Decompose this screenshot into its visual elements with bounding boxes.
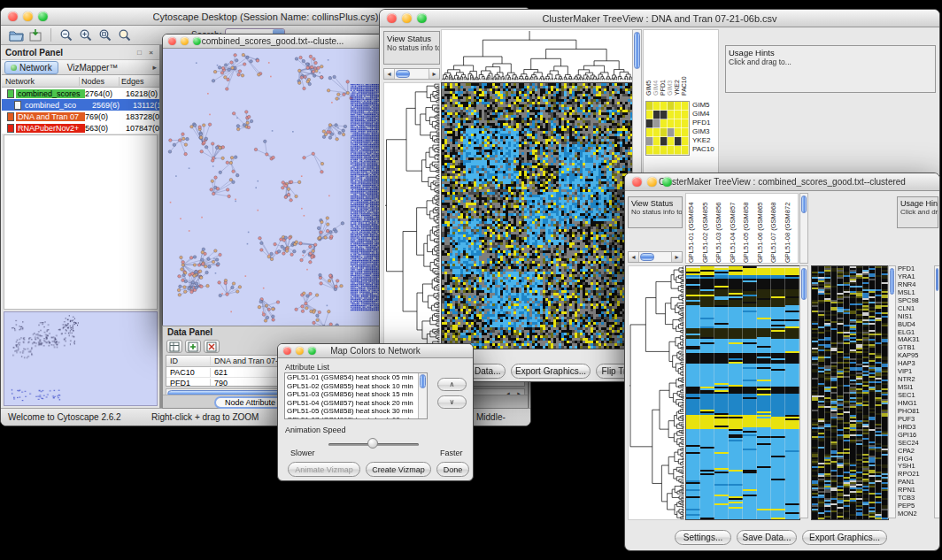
network-view-canvas[interactable] <box>163 49 382 329</box>
maximize-window-icon[interactable] <box>662 177 672 187</box>
move-up-button[interactable]: ∧ <box>437 378 467 391</box>
scrollbar-thumb[interactable] <box>634 32 640 69</box>
minimize-window-icon[interactable] <box>402 13 412 23</box>
row-dendrogram[interactable] <box>383 82 442 349</box>
scrollbar-thumb[interactable] <box>396 70 410 78</box>
import-icon <box>28 28 42 42</box>
save-data-button[interactable]: Save Data... <box>737 530 797 545</box>
gene-label: PHO81 <box>898 408 933 416</box>
import-network-button[interactable] <box>26 27 45 43</box>
scrollbar-thumb[interactable] <box>801 196 807 213</box>
close-window-icon[interactable] <box>283 347 291 355</box>
tree-nav-scrollbar[interactable]: ◂ ▸ <box>383 68 440 80</box>
submatrix-row-label: GIM4 <box>692 110 714 119</box>
scroll-left-arrow-icon[interactable]: ◂ <box>629 252 639 262</box>
tab-network[interactable]: Network <box>4 61 58 74</box>
heatmap-scrollbar[interactable] <box>799 265 808 518</box>
scrollbar-thumb[interactable] <box>936 268 938 291</box>
scroll-left-arrow-icon[interactable]: ◂ <box>384 69 395 79</box>
zoom-selected-button[interactable] <box>115 27 135 43</box>
attribute-list-item[interactable]: GPL51-05 (GSM858) heat shock 30 min <box>285 407 418 416</box>
network-list-empty-area <box>4 134 158 310</box>
minimize-window-icon[interactable] <box>296 347 304 355</box>
tab-overflow-arrow-icon[interactable]: ▸ <box>152 63 157 72</box>
gene-list-scrollbar[interactable] <box>934 265 940 518</box>
maximize-window-icon[interactable] <box>193 37 201 45</box>
delete-attribute-button[interactable] <box>204 340 220 353</box>
create-vizmap-button[interactable]: Create Vizmap <box>366 462 431 477</box>
network-name-cell: DNA and Tran 07 <box>16 112 85 121</box>
treeview2-titlebar[interactable]: ClusterMaker TreeView : combined_scores_… <box>625 173 939 191</box>
minimize-window-icon[interactable] <box>181 37 189 45</box>
attribute-list-item[interactable]: GPL51-02 (GSM855) heat shock 10 min <box>285 382 418 391</box>
listbox-scrollbar[interactable] <box>418 373 427 418</box>
close-window-icon[interactable] <box>632 177 642 187</box>
scrollbar-thumb[interactable] <box>890 268 894 295</box>
animate-vizmap-button[interactable]: Animate Vizmap <box>288 462 360 477</box>
create-attribute-button[interactable] <box>185 340 201 353</box>
secondary-scrollbar[interactable] <box>888 265 896 518</box>
close-panel-icon[interactable]: × <box>146 49 156 57</box>
gene-label: KAP95 <box>898 352 933 360</box>
zoom-fit-button[interactable] <box>96 27 115 43</box>
gene-label: SEC1 <box>898 392 933 400</box>
network-table-header: Network Nodes Edges <box>2 75 159 88</box>
col-header-edges[interactable]: Edges <box>120 77 159 86</box>
move-down-button[interactable]: ∨ <box>437 395 467 409</box>
col-header-network[interactable]: Network <box>2 77 80 86</box>
col-header-id[interactable]: ID <box>166 357 211 365</box>
maximize-window-icon[interactable] <box>308 347 316 355</box>
gene-label: CLN1 <box>898 305 933 313</box>
scrollbar-track[interactable] <box>639 252 671 262</box>
attribute-list-item[interactable]: GPL51-03 (GSM856) heat shock 15 min <box>285 390 418 399</box>
network-view-titlebar[interactable]: combined_scores_good.txt--cluste... <box>163 35 382 49</box>
zoom-out-button[interactable] <box>57 27 76 43</box>
attribute-list-item[interactable]: GPL51-04 (GSM857) heat shock 20 min <box>285 399 418 408</box>
close-window-icon[interactable] <box>168 37 176 45</box>
minimize-window-icon[interactable] <box>647 177 657 187</box>
network-table-row[interactable]: combined_scores2764(0)16218(0) <box>2 88 159 99</box>
maximize-window-icon[interactable] <box>38 12 48 21</box>
heatmap-secondary[interactable] <box>811 265 889 520</box>
attribute-list-item[interactable]: GPL51-01 (GSM854) heat shock 05 min <box>285 373 418 382</box>
attribute-listbox[interactable]: GPL51-01 (GSM854) heat shock 05 minGPL51… <box>284 372 428 419</box>
open-session-button[interactable] <box>6 27 26 43</box>
treeview1-titlebar[interactable]: ClusterMaker TreeView : DNA and Tran 07-… <box>380 10 939 27</box>
attribute-list-item[interactable]: GPL51-07 (GSM868) heat shock 60 min <box>285 416 418 420</box>
row-dendrogram[interactable] <box>628 265 686 520</box>
network-table-row[interactable]: combined_sco2569(6)13112(15) <box>2 99 159 111</box>
scrollbar-thumb[interactable] <box>640 253 654 261</box>
tab-vizmapper[interactable]: VizMapper™ <box>62 62 124 73</box>
export-graphics-button[interactable]: Export Graphics... <box>511 364 591 379</box>
minimize-window-icon[interactable] <box>23 12 33 21</box>
scrollbar-thumb[interactable] <box>801 268 807 300</box>
scrollbar-thumb[interactable] <box>420 374 426 388</box>
close-window-icon[interactable] <box>8 12 18 21</box>
settings-button[interactable]: Settings... <box>675 530 731 545</box>
maximize-window-icon[interactable] <box>417 13 427 23</box>
heatmap-main[interactable] <box>441 82 633 349</box>
network-file-icon <box>7 112 14 121</box>
column-dendrogram[interactable] <box>441 29 633 82</box>
scroll-right-arrow-icon[interactable]: ▸ <box>429 69 439 79</box>
network-table-row[interactable]: RNAPuberNov2+563(0)107847(0) <box>2 122 159 134</box>
export-graphics-button[interactable]: Export Graphics... <box>802 530 887 545</box>
column-label: GPL51-02 (GSM855 <box>701 196 715 263</box>
submatrix-heatmap[interactable] <box>645 101 690 156</box>
scrollbar-track[interactable] <box>395 69 429 79</box>
scroll-right-arrow-icon[interactable]: ▸ <box>671 252 682 262</box>
dialog-titlebar[interactable]: Map Colors to Network <box>278 344 473 358</box>
network-table-row[interactable]: DNA and Tran 07769(0)183728(0) <box>2 111 159 122</box>
done-button[interactable]: Done <box>436 462 469 477</box>
network-overview-thumbnail[interactable] <box>4 311 158 406</box>
float-panel-icon[interactable]: □ <box>135 49 144 57</box>
close-window-icon[interactable] <box>387 13 397 23</box>
tree-nav-scrollbar[interactable]: ◂ ▸ <box>628 251 683 263</box>
heatmap-main[interactable] <box>685 265 800 520</box>
column-labels-scrollbar[interactable] <box>799 193 808 264</box>
zoom-in-button[interactable] <box>76 27 96 43</box>
col-header-nodes[interactable]: Nodes <box>80 77 120 86</box>
select-attributes-button[interactable] <box>166 340 182 353</box>
submatrix-row-label: GIM5 <box>692 101 714 110</box>
speed-slider-knob[interactable] <box>367 438 378 449</box>
